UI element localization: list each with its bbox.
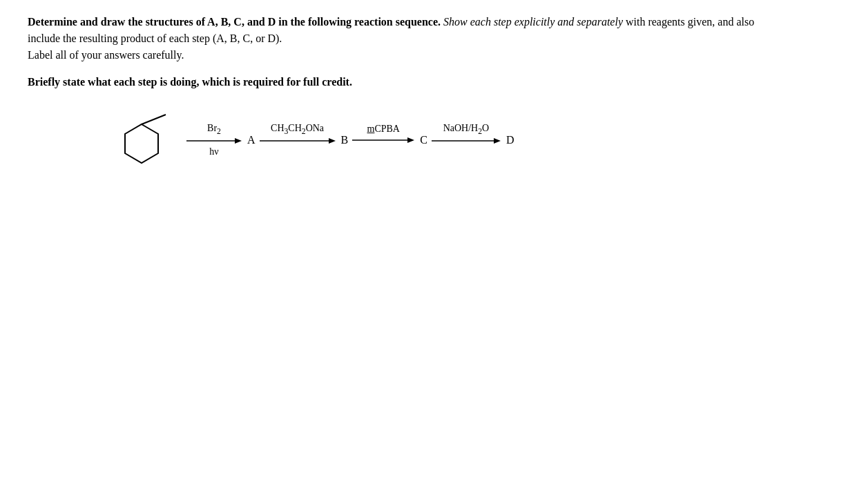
reaction-diagram: Br2 hν A CH3CH2ONa B mCPBA [110, 109, 829, 171]
question-bold-intro: Determine and draw the structures of A, … [28, 16, 441, 28]
step-4: NaOH/H2O D [432, 123, 519, 158]
compound-c: C [420, 134, 427, 146]
svg-marker-0 [125, 124, 158, 163]
compound-b: B [341, 134, 349, 146]
arrow-line-4 [432, 135, 501, 146]
svg-marker-7 [407, 137, 414, 143]
arrow-1: Br2 hν [186, 123, 242, 158]
step-1: Br2 hν A [186, 123, 260, 158]
step-3: mCPBA C [352, 124, 432, 157]
svg-line-1 [142, 115, 166, 124]
svg-marker-5 [329, 138, 336, 144]
compound-a: A [247, 134, 256, 146]
reagent-4-top: NaOH/H2O [443, 123, 490, 136]
arrow-line-2 [260, 135, 336, 146]
arrow-2: CH3CH2ONa [260, 123, 336, 158]
reagent-2-top: CH3CH2ONa [271, 123, 324, 136]
reagent-3-bottom [382, 146, 385, 157]
question-label-instruction: Label all of your answers carefully. [28, 49, 184, 61]
step-2: CH3CH2ONa B [260, 123, 353, 158]
arrow-line-1 [186, 135, 242, 146]
cyclohexane-vinyl-molecule [110, 109, 180, 171]
arrow-4: NaOH/H2O [432, 123, 501, 158]
reagent-1-bottom: hν [209, 146, 218, 157]
reagent-3-top: mCPBA [367, 124, 400, 135]
question-italic: Show each step explicitly and separately [441, 16, 623, 28]
svg-marker-9 [494, 138, 501, 144]
arrow-line-3 [352, 135, 414, 146]
svg-marker-3 [235, 138, 242, 144]
arrow-3: mCPBA [352, 124, 414, 157]
question-paragraph: Determine and draw the structures of A, … [28, 14, 787, 64]
reagent-1-top: Br2 [207, 123, 221, 136]
reagent-4-bottom [465, 146, 468, 157]
bold-instruction: Briefly state what each step is doing, w… [28, 76, 829, 88]
reagent-2-bottom [296, 146, 299, 157]
compound-d: D [506, 134, 514, 146]
